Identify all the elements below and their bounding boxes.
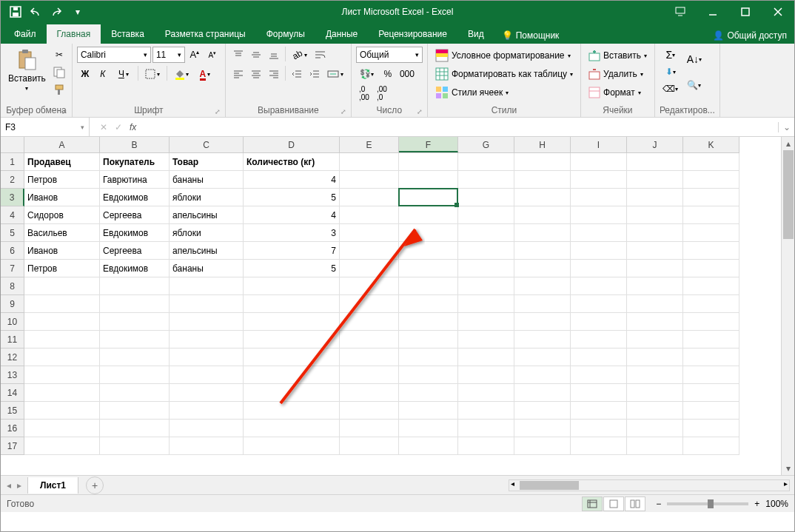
cell[interactable] (100, 349, 170, 366)
cell[interactable] (244, 384, 340, 402)
cell[interactable] (100, 366, 170, 384)
cell[interactable]: Гаврютина (100, 171, 170, 189)
row-header[interactable]: 5 (1, 224, 24, 242)
align-left-button[interactable] (230, 66, 246, 82)
decrease-font-button[interactable]: A▾ (204, 47, 221, 63)
cell[interactable] (399, 313, 458, 331)
align-middle-button[interactable] (248, 47, 264, 63)
cell[interactable] (458, 277, 514, 295)
cell[interactable] (683, 437, 739, 455)
cell[interactable]: бананы (170, 171, 244, 189)
col-header[interactable]: C (170, 137, 244, 152)
cell[interactable] (24, 349, 100, 366)
horizontal-scrollbar[interactable]: ◂ ▸ (509, 479, 790, 491)
cell[interactable] (627, 331, 683, 349)
cell[interactable] (458, 349, 514, 366)
cell[interactable] (514, 349, 571, 366)
cell[interactable] (458, 295, 514, 313)
cell[interactable] (683, 242, 739, 260)
cell[interactable] (514, 313, 571, 331)
cell[interactable] (244, 402, 340, 420)
cell[interactable] (100, 420, 170, 437)
col-header[interactable]: G (458, 137, 514, 152)
tab-nav-prev-icon[interactable]: ◂ (7, 480, 11, 491)
cell[interactable] (514, 366, 571, 384)
cell[interactable]: Товар (170, 153, 244, 171)
row-header[interactable]: 8 (1, 277, 24, 295)
clear-button[interactable]: ⌫▾ (660, 81, 682, 97)
cell[interactable] (458, 224, 514, 242)
cell[interactable]: Продавец (24, 153, 100, 171)
cell[interactable] (683, 224, 739, 242)
copy-button[interactable] (51, 64, 67, 81)
cell[interactable] (100, 277, 170, 295)
cell[interactable] (458, 171, 514, 189)
cell[interactable] (683, 260, 739, 277)
cell[interactable] (458, 331, 514, 349)
row-header[interactable]: 2 (1, 171, 24, 189)
cell[interactable] (340, 260, 399, 277)
cell[interactable] (340, 366, 399, 384)
cell[interactable] (170, 313, 244, 331)
cell[interactable]: Васильев (24, 224, 100, 242)
zoom-slider[interactable] (667, 502, 748, 505)
cell[interactable] (399, 242, 458, 260)
paste-button[interactable]: Вставить ▾ (5, 47, 49, 93)
cell[interactable] (100, 402, 170, 420)
cell[interactable]: бананы (170, 260, 244, 277)
merge-button[interactable]: ▾ (324, 66, 346, 82)
align-top-button[interactable] (230, 47, 246, 63)
cell[interactable] (170, 349, 244, 366)
cell[interactable]: яблоки (170, 189, 244, 206)
cell[interactable] (170, 420, 244, 437)
find-select-button[interactable]: 🔍▾ (683, 73, 705, 98)
cell[interactable] (340, 313, 399, 331)
cell[interactable]: Иванов (24, 242, 100, 260)
ribbon-options-icon[interactable] (664, 1, 697, 23)
cell[interactable] (458, 260, 514, 277)
cell[interactable] (340, 349, 399, 366)
cell[interactable] (571, 189, 627, 206)
cell[interactable] (399, 295, 458, 313)
cancel-formula-icon[interactable]: ✕ (100, 122, 107, 132)
cell[interactable] (399, 402, 458, 420)
delete-cells-button[interactable]: Удалить▾ (586, 65, 646, 83)
cell[interactable] (571, 420, 627, 437)
cell[interactable] (514, 437, 571, 455)
cell[interactable] (170, 437, 244, 455)
font-color-button[interactable]: А▾ (194, 66, 216, 82)
decrease-indent-button[interactable] (289, 66, 305, 82)
cell[interactable] (627, 437, 683, 455)
cell[interactable] (100, 384, 170, 402)
cell[interactable]: Петров (24, 260, 100, 277)
align-center-button[interactable] (248, 66, 264, 82)
cell[interactable] (458, 366, 514, 384)
cell[interactable] (100, 313, 170, 331)
cell[interactable] (571, 242, 627, 260)
cell[interactable] (340, 242, 399, 260)
cell[interactable] (571, 437, 627, 455)
cell[interactable] (399, 171, 458, 189)
cell[interactable] (683, 171, 739, 189)
cell[interactable] (24, 437, 100, 455)
dialog-launcher-icon[interactable]: ⤢ (215, 108, 221, 115)
zoom-in-button[interactable]: + (754, 499, 759, 509)
row-header[interactable]: 9 (1, 295, 24, 313)
cell[interactable] (571, 349, 627, 366)
zoom-slider-handle[interactable] (708, 499, 714, 508)
cell[interactable] (571, 277, 627, 295)
tab-file[interactable]: Файл (4, 24, 47, 44)
cell[interactable] (340, 331, 399, 349)
cell[interactable]: Сергеева (100, 242, 170, 260)
cell[interactable] (170, 277, 244, 295)
cell[interactable] (170, 295, 244, 313)
cell[interactable] (683, 402, 739, 420)
cell[interactable] (514, 171, 571, 189)
cell[interactable] (683, 331, 739, 349)
row-header[interactable]: 13 (1, 366, 24, 384)
cell[interactable] (683, 295, 739, 313)
cell[interactable] (458, 402, 514, 420)
cell[interactable]: апельсины (170, 242, 244, 260)
row-header[interactable]: 16 (1, 420, 24, 437)
cell[interactable] (627, 402, 683, 420)
